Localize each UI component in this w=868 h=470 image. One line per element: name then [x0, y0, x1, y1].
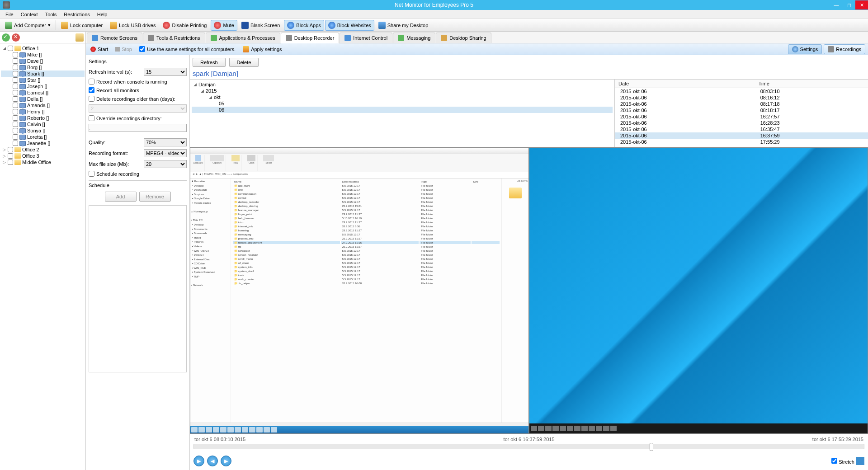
recordings-table[interactable]: DateTime2015-okt-0608:03:102015-okt-0608…: [615, 80, 868, 147]
menu-file[interactable]: File: [2, 11, 17, 18]
tree-user[interactable]: Star []: [1, 77, 85, 83]
settings-view-button[interactable]: Settings: [788, 44, 822, 54]
day-node[interactable]: 05: [219, 101, 224, 106]
checkbox[interactable]: [13, 58, 18, 64]
tab-desktop-recorder[interactable]: Desktop Recorder: [281, 33, 340, 43]
share-desktop-button[interactable]: Share my Desktop: [375, 20, 431, 31]
checkbox[interactable]: [139, 46, 145, 52]
collapse-icon[interactable]: ◢: [193, 82, 197, 87]
recording-thumbnail-left[interactable]: Clipboard Organize New Open Select ◄ ► ▲…: [190, 147, 529, 434]
tree-user[interactable]: Roberto []: [1, 115, 85, 121]
tree-user[interactable]: Borg []: [1, 64, 85, 70]
checkbox[interactable]: [13, 77, 18, 83]
recordings-view-button[interactable]: Recordings: [824, 44, 865, 54]
schedule-rec-checkbox[interactable]: [89, 171, 94, 177]
override-dir-checkbox[interactable]: [89, 115, 94, 121]
checkbox[interactable]: [13, 141, 18, 146]
checkbox[interactable]: [13, 128, 18, 133]
tree-group[interactable]: ▷Office 3: [1, 153, 85, 159]
block-websites-button[interactable]: Block Websites: [325, 20, 374, 31]
tree-user[interactable]: Amanda []: [1, 102, 85, 108]
tree-user[interactable]: Mike []: [1, 52, 85, 58]
tab-desktop-sharing[interactable]: Desktop Sharing: [436, 33, 491, 43]
timeline-thumb[interactable]: [650, 443, 653, 451]
block-apps-button[interactable]: Block Apps: [284, 20, 324, 31]
expand-icon[interactable]: ▷: [2, 147, 6, 152]
delete-button[interactable]: Delete: [229, 58, 259, 67]
minimize-button[interactable]: —: [830, 0, 843, 9]
recording-row[interactable]: 2015-okt-0617:55:29: [615, 139, 868, 145]
checkbox[interactable]: [13, 103, 18, 108]
tab-remote-screens[interactable]: Remote Screens: [87, 33, 142, 43]
disable-print-button[interactable]: Disable Printing: [160, 20, 210, 31]
computer-tree[interactable]: ◢Office 1Mike []Dave []Borg []Spark []St…: [0, 43, 85, 470]
tree-user[interactable]: Sonya []: [1, 127, 85, 134]
menu-restrictions[interactable]: Restrictions: [60, 11, 93, 18]
quality-select[interactable]: 70%: [144, 138, 187, 146]
checkbox[interactable]: [13, 96, 18, 102]
recording-row[interactable]: 2015-okt-0616:27:57: [615, 113, 868, 120]
timeline-track[interactable]: [193, 444, 864, 449]
checkbox[interactable]: [13, 90, 18, 95]
tree-user[interactable]: Spark []: [1, 70, 85, 77]
same-settings-checkbox[interactable]: Use the same settings for all computers.: [137, 45, 237, 53]
maximize-button[interactable]: ◻: [843, 0, 855, 9]
checkbox[interactable]: [13, 134, 18, 140]
check-icon[interactable]: [2, 33, 10, 42]
next-button[interactable]: ▶: [221, 456, 231, 466]
recording-row[interactable]: 2015-okt-0608:16:12: [615, 94, 868, 101]
collapse-icon[interactable]: ◢: [2, 46, 6, 51]
add-computer-button[interactable]: Add Computer ▾: [2, 20, 54, 31]
tree-user[interactable]: Joseph []: [1, 83, 85, 89]
menu-context[interactable]: Context: [17, 11, 42, 18]
menu-help[interactable]: Help: [94, 11, 111, 18]
tab-internet-control[interactable]: Internet Control: [340, 33, 392, 43]
expand-icon[interactable]: ▷: [2, 154, 6, 158]
stretch-checkbox[interactable]: Stretch: [831, 458, 854, 465]
fullscreen-icon[interactable]: [856, 457, 864, 465]
recording-row[interactable]: 2015-okt-0616:35:47: [615, 126, 868, 132]
checkbox[interactable]: [8, 147, 13, 152]
tree-user[interactable]: Dave []: [1, 58, 85, 64]
tab-applications-processes[interactable]: Applications & Processes: [206, 33, 280, 43]
month-node[interactable]: okt: [214, 94, 221, 100]
tree-user[interactable]: Earnest []: [1, 89, 85, 96]
recording-thumbnail-right[interactable]: [529, 147, 868, 434]
day-node[interactable]: 06: [219, 107, 224, 113]
config-icon[interactable]: [75, 33, 84, 42]
tree-root[interactable]: ◢Office 1: [1, 45, 85, 52]
checkbox[interactable]: [13, 65, 18, 70]
date-tree[interactable]: ◢Damjan ◢2015 ◢okt 05 06: [190, 80, 615, 147]
maxsize-select[interactable]: 20: [144, 160, 187, 168]
checkbox[interactable]: [13, 122, 18, 127]
mute-button[interactable]: Mute: [211, 20, 237, 31]
tree-user[interactable]: Henry []: [1, 108, 85, 115]
collapse-icon[interactable]: ◢: [208, 95, 212, 99]
recording-row[interactable]: 2015-okt-0608:03:10: [615, 88, 868, 95]
checkbox[interactable]: [13, 52, 18, 57]
year-node[interactable]: 2015: [206, 88, 217, 94]
user-node[interactable]: Damjan: [198, 82, 216, 87]
tab-messaging[interactable]: Messaging: [393, 33, 435, 43]
column-header[interactable]: Date: [615, 80, 755, 88]
column-header[interactable]: Time: [755, 80, 868, 88]
format-select[interactable]: MPEG4 - video: [144, 149, 187, 157]
refresh-select[interactable]: 15: [144, 68, 187, 76]
stop-button[interactable]: Stop: [113, 46, 134, 53]
lock-computer-button[interactable]: Lock computer: [58, 20, 106, 31]
play-button[interactable]: ▶: [193, 456, 204, 466]
collapse-icon[interactable]: ◢: [200, 89, 204, 93]
delete-old-checkbox[interactable]: [89, 96, 94, 102]
schedule-add-button[interactable]: Add: [105, 192, 137, 202]
checkbox[interactable]: [8, 153, 13, 159]
checkbox[interactable]: [8, 46, 13, 51]
tree-group[interactable]: ▷Office 2: [1, 146, 85, 153]
menu-tools[interactable]: Tools: [42, 11, 61, 18]
apply-settings-button[interactable]: Apply settings: [241, 45, 283, 53]
rec-all-checkbox[interactable]: [89, 87, 94, 93]
tree-user[interactable]: Jeanette []: [1, 140, 85, 146]
recording-row[interactable]: 2015-okt-0616:37:59: [615, 132, 868, 139]
tree-user[interactable]: Loretta []: [1, 134, 85, 140]
start-button[interactable]: Start: [89, 46, 110, 53]
checkbox[interactable]: [13, 115, 18, 121]
